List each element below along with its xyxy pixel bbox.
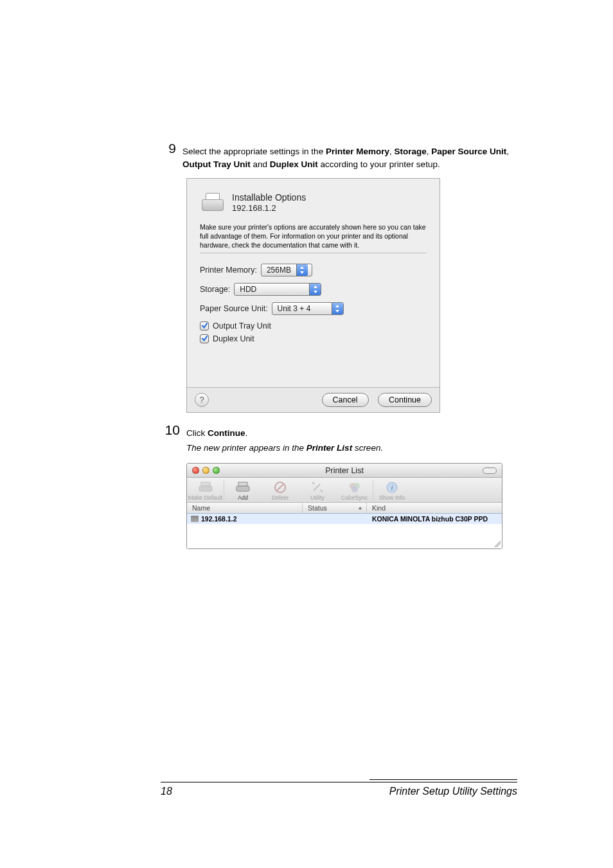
resize-grip-icon[interactable] <box>494 541 501 547</box>
utility-icon <box>308 480 326 494</box>
t: The new printer appears in the <box>186 443 306 453</box>
t: , <box>506 147 509 156</box>
b: Printer Memory <box>326 147 389 156</box>
help-button[interactable]: ? <box>195 393 209 407</box>
svg-rect-3 <box>236 486 249 491</box>
footer-label: Printer Setup Utility Settings <box>389 786 517 797</box>
label: Utility <box>310 494 324 501</box>
select-arrows-icon <box>309 284 321 295</box>
printer-icon <box>200 192 224 213</box>
label: ColorSync <box>341 494 368 501</box>
output-tray-unit-label: Output Tray Unit <box>213 321 271 330</box>
col-name[interactable]: Name <box>187 503 303 513</box>
minimize-icon[interactable] <box>202 467 209 474</box>
colorsync-button[interactable]: ColorSync <box>336 480 373 501</box>
storage-value: HDD <box>240 285 256 294</box>
window-title: Printer List <box>187 466 502 475</box>
label: Add <box>238 494 248 501</box>
utility-button[interactable]: Utility <box>299 480 336 501</box>
step-10-note: The new printer appears in the Printer L… <box>186 443 517 453</box>
output-tray-unit-checkbox[interactable] <box>200 321 209 330</box>
printer-small-icon <box>191 516 199 522</box>
cancel-button[interactable]: Cancel <box>322 393 369 407</box>
printer-name: 192.168.1.2 <box>201 515 236 523</box>
delete-button[interactable]: Delete <box>262 480 299 501</box>
dialog-address: 192.168.1.2 <box>232 203 306 213</box>
t: according to your printer setup. <box>318 159 440 169</box>
b: Printer List <box>306 443 352 453</box>
b: Continue <box>208 428 245 438</box>
svg-text:i: i <box>391 484 393 491</box>
step-10-text: Click Continue. <box>186 423 247 440</box>
close-icon[interactable] <box>192 467 199 474</box>
printer-add-icon <box>234 480 252 494</box>
col-kind[interactable]: Kind <box>367 503 502 513</box>
svg-point-8 <box>351 486 358 493</box>
svg-rect-1 <box>199 486 212 491</box>
step-10-number: 10 <box>161 423 180 437</box>
duplex-unit-label: Duplex Unit <box>213 334 254 343</box>
continue-button[interactable]: Continue <box>378 393 432 407</box>
paper-source-unit-select[interactable]: Unit 3 + 4 <box>272 302 344 315</box>
printer-memory-label: Printer Memory: <box>200 266 257 275</box>
printer-list-window: Printer List Make Default Add Delete <box>186 463 502 549</box>
select-arrows-icon <box>296 264 308 276</box>
step-9: 9 Select the appropriate settings in the… <box>161 141 517 170</box>
duplex-unit-checkbox[interactable] <box>200 334 209 343</box>
svg-line-5 <box>277 484 283 491</box>
col-status[interactable]: Status <box>303 503 367 513</box>
toolbar: Make Default Add Delete Utility <box>187 478 502 503</box>
toolbar-toggle-icon[interactable] <box>483 467 497 474</box>
page-footer: 18 Printer Setup Utility Settings <box>161 779 517 797</box>
printer-default-icon <box>197 480 215 494</box>
b: Output Tray Unit <box>182 159 251 169</box>
list-header: Name Status Kind <box>187 503 502 514</box>
dialog-note: Make sure your printer's options are acc… <box>200 222 427 253</box>
label: Show Info <box>379 494 405 501</box>
zoom-icon[interactable] <box>213 467 220 474</box>
t: . <box>245 428 248 438</box>
printer-row[interactable]: 192.168.1.2 KONICA MINOLTA bizhub C30P P… <box>187 514 502 524</box>
storage-label: Storage: <box>200 285 230 294</box>
step-9-text: Select the appropriate settings in the P… <box>182 141 517 170</box>
storage-select[interactable]: HDD <box>234 283 321 296</box>
add-button[interactable]: Add <box>224 480 262 501</box>
label: Make Default <box>188 494 222 501</box>
t: and <box>251 159 270 169</box>
paper-source-unit-label: Paper Source Unit: <box>200 304 268 313</box>
b: Paper Source Unit <box>431 147 506 156</box>
b: Duplex Unit <box>270 159 318 169</box>
make-default-button[interactable]: Make Default <box>187 480 224 501</box>
b: Storage <box>394 147 426 156</box>
label: Delete <box>272 494 289 501</box>
show-info-button[interactable]: i Show Info <box>373 480 411 501</box>
printer-kind: KONICA MINOLTA bizhub C30P PPD <box>367 515 502 523</box>
delete-icon <box>271 480 289 494</box>
step-9-number: 9 <box>161 141 176 155</box>
sort-ascending-icon <box>358 506 362 511</box>
step-10: 10 Click Continue. <box>161 423 517 440</box>
printer-memory-value: 256MB <box>267 266 291 275</box>
page-number: 18 <box>161 786 172 797</box>
dialog-title: Installable Options <box>232 192 306 203</box>
info-icon: i <box>383 480 401 494</box>
t: Select the appropriate settings in the <box>182 147 326 156</box>
svg-rect-0 <box>201 482 210 486</box>
printer-memory-select[interactable]: 256MB <box>261 264 312 276</box>
svg-rect-2 <box>238 482 247 486</box>
colorsync-icon <box>346 480 364 494</box>
label: Status <box>308 504 327 512</box>
paper-source-unit-value: Unit 3 + 4 <box>278 304 311 313</box>
t: Click <box>186 428 208 438</box>
t: screen. <box>352 443 383 453</box>
select-arrows-icon <box>332 303 343 314</box>
installable-options-dialog: Installable Options 192.168.1.2 Make sur… <box>186 178 440 413</box>
